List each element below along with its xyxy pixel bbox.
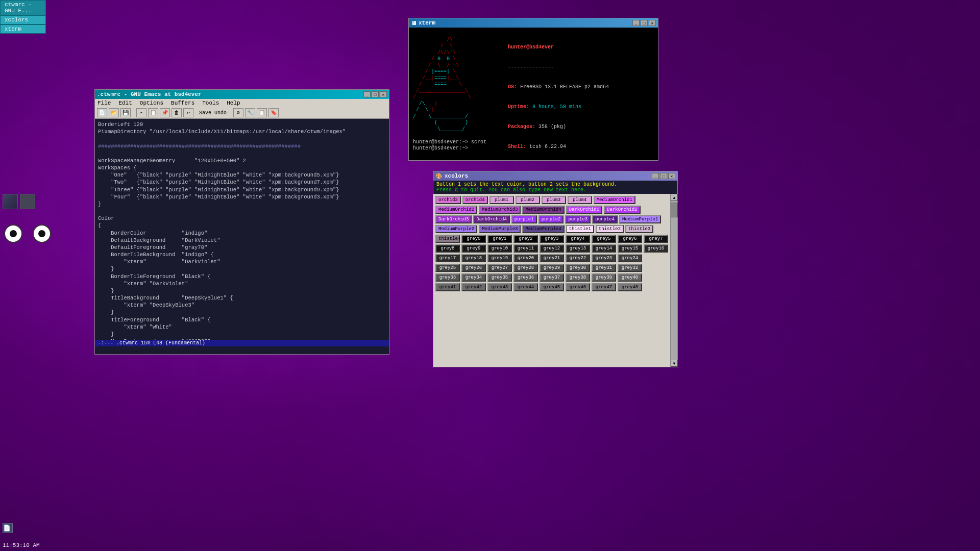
color-btn-grey11[interactable]: grey11 [513,244,538,253]
color-btn-grey27[interactable]: grey27 [487,264,512,272]
toolbar-copy[interactable]: 📋 [148,108,158,117]
toolbar-extra1[interactable]: ⚙ [233,108,243,117]
emacs-maximize-btn[interactable]: □ [372,91,379,97]
color-btn-grey47[interactable]: grey47 [592,283,616,291]
emacs-menu-file[interactable]: File [97,100,111,106]
toolbar-extra3[interactable]: 📋 [257,108,267,117]
emacs-menu-help[interactable]: Help [227,100,240,106]
xterm-neofetch-titlebar[interactable]: 🖥 xterm _ □ ✕ [409,18,658,28]
color-btn-grey3[interactable]: grey3 [540,235,564,243]
color-btn-grey41[interactable]: grey41 [435,283,460,291]
color-btn-plum2[interactable]: plum2 [516,196,540,204]
color-btn-thistle3[interactable]: thistle3 [625,225,653,233]
color-btn-medpurple1[interactable]: MediumPurple1 [619,215,661,223]
color-btn-thistle1[interactable]: thistle1 [566,225,594,233]
color-btn-grey13[interactable]: grey13 [566,244,590,253]
color-btn-grey21[interactable]: grey21 [540,254,564,262]
xterm-neofetch-minimize[interactable]: _ [632,20,640,26]
toolbar-new[interactable]: 📄 [97,108,107,117]
color-btn-grey4[interactable]: grey4 [566,235,590,243]
taskbar-item-xcolors[interactable]: xcolors [0,15,46,24]
emacs-minibuf[interactable] [95,346,389,354]
color-btn-grey10[interactable]: grey10 [487,244,512,253]
toolbar-open[interactable]: 📂 [109,108,119,117]
emacs-minimize-btn[interactable]: _ [363,91,371,97]
color-btn-medpurple2[interactable]: MediumPurple2 [435,225,477,233]
color-btn-grey7[interactable]: grey7 [644,235,668,243]
xcolors-scroll-up[interactable]: ▲ [671,194,678,201]
xcolors-scroll-down[interactable]: ▼ [671,360,678,367]
color-btn-grey12[interactable]: grey12 [540,244,564,253]
toolbar-undo-label[interactable]: Undo [214,110,227,116]
toolbar-undo2[interactable]: ↩ [183,108,193,117]
color-btn-grey28[interactable]: grey28 [513,264,538,272]
color-btn-grey29[interactable]: grey29 [540,264,564,272]
thumb-1[interactable] [3,194,18,209]
color-btn-grey0[interactable]: grey0 [461,235,486,243]
emacs-titlebar[interactable]: .ctwmrc - GNU Emacs at bsd4ever _ □ ✕ [95,90,389,99]
taskbar-item-ctwmrc[interactable]: ctwmrc - GNU E... [0,0,46,15]
color-btn-grey25[interactable]: grey25 [435,264,460,272]
color-btn-grey39[interactable]: grey39 [592,273,616,282]
color-btn-grey37[interactable]: grey37 [540,273,564,282]
xterm-neofetch-content[interactable]: /\ / \ /\/\ \ / 0 0 \ / \__/ \ / |====| … [409,28,658,160]
color-btn-grey5[interactable]: grey5 [592,235,616,243]
color-btn-grey23[interactable]: grey23 [592,254,616,262]
color-btn-thistle2[interactable]: thistle2 [596,225,624,233]
color-btn-medorchid2[interactable]: MediumOrchid2 [435,206,477,214]
color-btn-darkorchid3[interactable]: DarkOrchid3 [435,215,472,223]
color-btn-grey40[interactable]: grey40 [618,273,642,282]
color-btn-grey34[interactable]: grey34 [461,273,486,282]
color-btn-grey20[interactable]: grey20 [513,254,538,262]
color-btn-grey32[interactable]: grey32 [618,264,642,272]
color-btn-grey42[interactable]: grey42 [461,283,486,291]
color-btn-darkorchid4[interactable]: DarkOrchid4 [473,215,509,223]
color-btn-grey19[interactable]: grey19 [487,254,512,262]
color-btn-grey35[interactable]: grey35 [487,273,512,282]
color-btn-grey17[interactable]: grey17 [435,254,460,262]
xcolors-minimize[interactable]: _ [652,173,659,179]
color-btn-purple1[interactable]: purple1 [511,215,537,223]
xcolors-maximize[interactable]: □ [660,173,667,179]
color-btn-grey26[interactable]: grey26 [461,264,486,272]
color-btn-grey18[interactable]: grey18 [461,254,486,262]
color-btn-medorchid4[interactable]: MediumOrchid4 [522,206,564,214]
toolbar-extra2[interactable]: 🔧 [245,108,255,117]
color-btn-orchid4[interactable]: orchid4 [462,196,488,204]
color-btn-grey2[interactable]: grey2 [513,235,538,243]
color-btn-grey9[interactable]: grey9 [461,244,486,253]
color-btn-purple3[interactable]: purple3 [565,215,591,223]
thumb-2[interactable] [20,194,35,209]
color-btn-grey33[interactable]: grey33 [435,273,460,282]
toolbar-save-label[interactable]: Save [199,110,211,116]
color-btn-grey48[interactable]: grey48 [618,283,642,291]
toolbar-extra4[interactable]: 🔖 [268,108,279,117]
emacs-menu-options[interactable]: Options [140,100,163,106]
color-btn-plum3[interactable]: plum3 [542,196,566,204]
color-btn-grey38[interactable]: grey38 [566,273,590,282]
emacs-content[interactable]: BorderLeft 120 PixmapDirectory "/usr/loc… [95,119,389,340]
xcolors-scrollbar[interactable]: ▲ ▼ [670,194,677,367]
taskbar-item-xterm[interactable]: xterm [0,24,46,34]
color-btn-plum1[interactable]: plum1 [489,196,514,204]
color-btn-grey36[interactable]: grey36 [513,273,538,282]
color-btn-darkorchid1[interactable]: DarkOrchid1 [566,206,602,214]
emacs-menu-edit[interactable]: Edit [118,100,132,106]
color-btn-medorchid3[interactable]: MediumOrchid3 [479,206,521,214]
color-btn-grey43[interactable]: grey43 [487,283,512,291]
xterm-neofetch-maximize[interactable]: □ [641,20,648,26]
color-btn-grey1[interactable]: grey1 [487,235,512,243]
toolbar-delete[interactable]: 🗑 [172,108,182,117]
xcolors-titlebar[interactable]: 🎨 xcolors _ □ ✕ [433,171,677,181]
color-btn-plum4[interactable]: plum4 [568,196,592,204]
color-btn-grey46[interactable]: grey46 [566,283,590,291]
color-btn-grey44[interactable]: grey44 [513,283,538,291]
color-btn-thistle4[interactable]: thistle4 [435,235,460,243]
color-btn-medpurple3[interactable]: MediumPurple3 [479,225,521,233]
color-btn-grey6[interactable]: grey6 [618,235,642,243]
color-btn-purple2[interactable]: purple2 [538,215,564,223]
color-btn-orchid3[interactable]: orchid3 [435,196,461,204]
color-btn-grey30[interactable]: grey30 [566,264,590,272]
color-btn-medpurple4[interactable]: MediumPurple4 [522,225,564,233]
color-btn-grey14[interactable]: grey14 [592,244,616,253]
